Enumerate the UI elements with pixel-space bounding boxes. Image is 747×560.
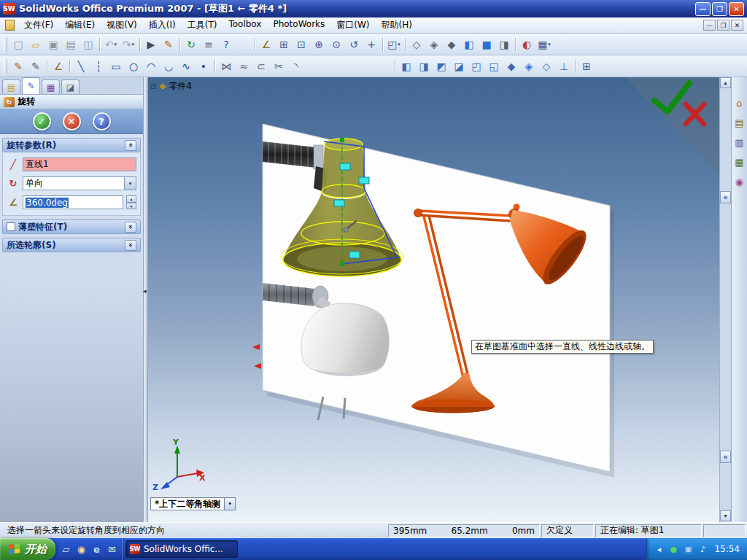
- toolbar-grip[interactable]: [4, 37, 7, 52]
- options-icon[interactable]: ≡: [200, 36, 217, 53]
- mdi-minimize-button[interactable]: —: [703, 20, 716, 31]
- part-name-label[interactable]: 零件4: [169, 80, 192, 93]
- zoom-to-fit-icon[interactable]: ⊞: [275, 36, 293, 53]
- menu-tools[interactable]: 工具(T): [182, 17, 223, 34]
- menu-file[interactable]: 文件(F): [18, 17, 59, 34]
- toolbar-grip[interactable]: [4, 59, 7, 74]
- internet-explorer-icon[interactable]: e: [90, 542, 104, 556]
- windows-media-player-icon[interactable]: ◉: [74, 542, 88, 556]
- point-tool-icon[interactable]: •: [195, 58, 212, 75]
- menu-window[interactable]: 窗口(W): [330, 17, 375, 34]
- open-document-icon[interactable]: ▱: [27, 36, 44, 53]
- menu-help[interactable]: 帮助(H): [376, 17, 418, 34]
- menu-edit[interactable]: 编辑(E): [59, 17, 101, 34]
- trimetric-view-icon[interactable]: ◈: [520, 58, 538, 75]
- undo-icon[interactable]: ↶▾: [102, 36, 120, 53]
- section-revolve-parameters[interactable]: 旋转参数(R) «: [2, 138, 141, 152]
- circle-tool-icon[interactable]: ○: [125, 58, 142, 75]
- view-orientation-icon[interactable]: ▦▾: [535, 36, 553, 53]
- close-button[interactable]: ✕: [729, 2, 744, 16]
- rectangle-tool-icon[interactable]: ▭: [107, 58, 125, 75]
- mdi-restore-button[interactable]: ❐: [717, 20, 729, 31]
- ok-button[interactable]: ✓: [33, 112, 51, 131]
- centerline-endpoint[interactable]: [340, 138, 344, 142]
- menu-toolbox[interactable]: Toolbox: [222, 17, 267, 34]
- measure-icon[interactable]: ∠: [258, 36, 275, 53]
- isometric-view-icon[interactable]: ◆: [503, 58, 520, 75]
- 3d-sketch-icon[interactable]: ✎: [27, 58, 44, 75]
- help-button[interactable]: ?: [93, 112, 111, 131]
- redo-icon[interactable]: ↷▾: [120, 36, 137, 53]
- shadows-in-shaded-mode-icon[interactable]: ◨: [495, 36, 513, 53]
- shaded-icon[interactable]: ■: [478, 36, 495, 53]
- tangent-arc-tool-icon[interactable]: ◡: [160, 58, 177, 75]
- mirror-entities-icon[interactable]: ⋈: [217, 58, 235, 75]
- combo-dropdown-arrow[interactable]: ▾: [124, 177, 136, 190]
- dimxpert-tab[interactable]: ◪: [61, 79, 80, 94]
- antivirus-tray-icon[interactable]: ●: [667, 543, 679, 555]
- file-explorer-icon[interactable]: ▥: [733, 136, 746, 149]
- feature-tree-flyout[interactable]: ⊟ ❖ 零件4: [150, 80, 192, 93]
- menu-insert[interactable]: 插入(I): [143, 17, 182, 34]
- maximize-button[interactable]: ❐: [712, 2, 727, 16]
- minimize-button[interactable]: —: [695, 2, 711, 16]
- help-icon[interactable]: ?: [217, 36, 235, 53]
- bottom-view-icon[interactable]: ◱: [485, 58, 503, 75]
- sketch-fillet-icon[interactable]: ◝: [287, 58, 305, 75]
- back-view-icon[interactable]: ◨: [415, 58, 433, 75]
- volume-tray-icon[interactable]: ♪: [697, 543, 708, 555]
- trim-entities-icon[interactable]: ✂: [270, 58, 287, 75]
- tray-hide-icon[interactable]: ◂: [653, 543, 665, 555]
- configurationmanager-tab[interactable]: ▦: [42, 79, 60, 94]
- sketch-icon[interactable]: ✎: [160, 36, 177, 53]
- collapse-pane-button[interactable]: «: [720, 451, 731, 463]
- undo-dropdown-arrow[interactable]: ▾: [115, 42, 117, 47]
- design-library-icon[interactable]: ▤: [733, 116, 746, 129]
- view-orientation-dropdown-arrow[interactable]: ▾: [548, 42, 551, 47]
- centerline-tool-icon[interactable]: ┆: [90, 58, 107, 75]
- shaded-with-edges-icon[interactable]: ◧: [460, 36, 478, 53]
- top-view-icon[interactable]: ◰: [468, 58, 485, 75]
- expand-section-button[interactable]: «: [125, 222, 136, 233]
- zoom-in-out-icon[interactable]: ⊕: [310, 36, 328, 53]
- mdi-close-button[interactable]: ✕: [731, 20, 743, 31]
- standard-views-dropdown-arrow[interactable]: ▾: [398, 42, 400, 47]
- propertymanager-tab[interactable]: ✎: [22, 77, 40, 94]
- redo-dropdown-arrow[interactable]: ▾: [132, 42, 135, 47]
- show-desktop-icon[interactable]: ▱: [59, 542, 73, 556]
- view-orientation-selector[interactable]: *上下二等角轴测 ▾: [150, 497, 236, 510]
- collapse-section-button[interactable]: «: [125, 140, 136, 151]
- appearances-icon[interactable]: ◉: [733, 175, 746, 188]
- section-selected-contours[interactable]: 所选轮廓(S) «: [2, 238, 141, 252]
- direction-combobox[interactable]: 单向 ▾: [23, 176, 136, 190]
- section-thin-feature[interactable]: 薄壁特征(T) «: [2, 219, 141, 234]
- splitter-collapse-arrow[interactable]: ◂: [143, 287, 147, 295]
- offset-entities-icon[interactable]: ≈: [235, 58, 252, 75]
- rebuild-icon[interactable]: ↻: [182, 36, 200, 53]
- new-document-icon[interactable]: ▢: [9, 36, 27, 53]
- menu-photoworks[interactable]: PhotoWorks: [267, 17, 330, 34]
- view-selector-dropdown[interactable]: ▾: [224, 498, 235, 510]
- full-screen-icon[interactable]: ⊞: [578, 58, 595, 75]
- rotate-view-icon[interactable]: ↺: [345, 36, 363, 53]
- select-icon[interactable]: ▶: [142, 36, 160, 53]
- normal-to-view-icon[interactable]: ⊥: [555, 58, 573, 75]
- scroll-down-button[interactable]: ▾: [720, 510, 731, 521]
- dimetric-view-icon[interactable]: ◇: [538, 58, 555, 75]
- print-document-icon[interactable]: ▤: [62, 36, 80, 53]
- centerline-endpoint[interactable]: [340, 262, 344, 266]
- print-preview-icon[interactable]: ◫: [80, 36, 97, 53]
- zoom-to-area-icon[interactable]: ⊡: [293, 36, 310, 53]
- right-view-icon[interactable]: ◪: [450, 58, 468, 75]
- taskbar-task-button[interactable]: SW SolidWorks Offic...: [125, 540, 238, 558]
- axis-selection-field[interactable]: 直线1: [23, 158, 136, 171]
- graphics-area[interactable]: Y X Z ⊟ ❖ 零件4 在草图基准面中选择一直线、线性边线或轴。 *上下二等…: [148, 77, 731, 522]
- convert-entities-icon[interactable]: ⊂: [252, 58, 270, 75]
- view-palette-icon[interactable]: ▦: [733, 155, 746, 168]
- outlook-express-icon[interactable]: ✉: [105, 542, 119, 556]
- line-tool-icon[interactable]: ╲: [72, 58, 90, 75]
- spline-tool-icon[interactable]: ∿: [177, 58, 195, 75]
- expand-section-button[interactable]: «: [125, 240, 136, 251]
- thin-feature-checkbox[interactable]: [7, 222, 15, 231]
- standard-views-icon[interactable]: ◰▾: [385, 36, 403, 53]
